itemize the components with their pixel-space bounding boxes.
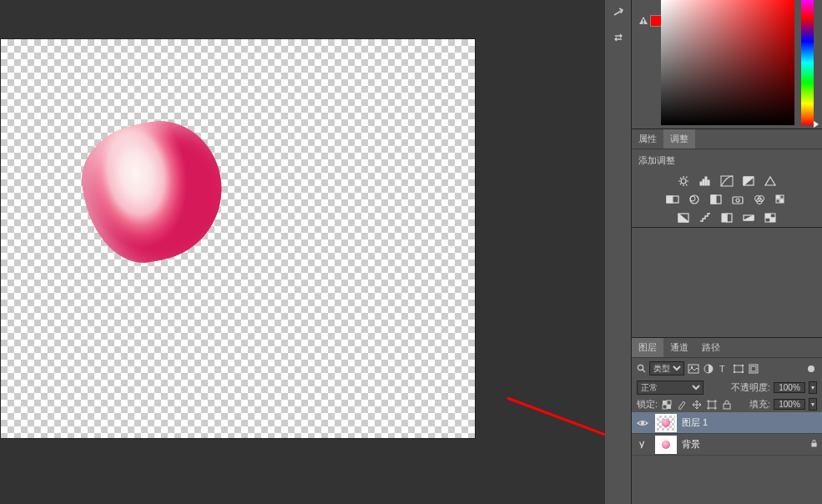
fill-dropdown-icon[interactable]: ▾ [809, 398, 817, 411]
svg-rect-30 [770, 214, 775, 218]
tab-layers[interactable]: 图层 [632, 338, 663, 357]
adjustment-row-1 [632, 172, 822, 190]
svg-rect-51 [709, 401, 715, 408]
filter-adjust-icon[interactable] [703, 363, 714, 375]
fill-value[interactable]: 100% [774, 399, 805, 410]
filter-shape-icon[interactable] [733, 363, 744, 375]
svg-point-33 [638, 365, 643, 370]
adjustments-tabs: 属性 调整 [632, 129, 822, 149]
exposure-icon[interactable] [742, 175, 755, 187]
hue-sat-icon[interactable] [666, 194, 679, 205]
bw-icon[interactable] [709, 194, 723, 205]
options-strip [605, 0, 632, 504]
layer-name[interactable]: 背景 [682, 438, 700, 451]
curves-icon[interactable] [720, 175, 734, 187]
layer-thumbnail[interactable] [655, 414, 677, 432]
lock-artboard-icon[interactable] [706, 399, 718, 411]
tab-adjustments[interactable]: 调整 [663, 129, 695, 149]
svg-rect-52 [724, 404, 730, 409]
right-panel-stack: 属性 调整 添加调整 图层 [632, 0, 822, 504]
svg-rect-32 [770, 218, 775, 222]
svg-rect-29 [765, 214, 770, 218]
svg-rect-35 [688, 365, 698, 373]
opacity-dropdown-icon[interactable]: ▾ [809, 381, 817, 394]
search-icon [637, 364, 646, 373]
filter-kind-select[interactable]: 类型 [649, 361, 684, 375]
selective-color-icon[interactable] [764, 212, 777, 224]
svg-rect-11 [667, 196, 673, 203]
gradient-map-icon[interactable] [742, 212, 755, 224]
svg-point-13 [690, 196, 695, 201]
svg-rect-2 [643, 23, 644, 24]
brightness-icon[interactable] [677, 175, 690, 187]
layer-row-1[interactable]: 图层 1 [632, 412, 822, 434]
svg-point-46 [808, 365, 814, 372]
layer-row-background[interactable]: 背景 [632, 434, 822, 456]
filter-pixel-icon[interactable] [688, 363, 699, 375]
add-adjustment-label: 添加调整 [632, 149, 822, 172]
opacity-value[interactable]: 100% [774, 382, 805, 393]
lock-position-icon[interactable] [691, 399, 703, 411]
lock-paint-icon[interactable] [676, 399, 688, 411]
invert-icon[interactable] [677, 212, 690, 224]
levels-icon[interactable] [698, 175, 712, 187]
swap-icon[interactable] [605, 25, 632, 50]
svg-point-3 [681, 179, 686, 184]
color-panel [632, 0, 822, 129]
svg-rect-1 [643, 19, 644, 22]
tab-paths[interactable]: 路径 [695, 338, 727, 357]
tab-channels[interactable]: 通道 [663, 338, 695, 357]
layer-name[interactable]: 图层 1 [682, 416, 708, 429]
visibility-toggle[interactable] [635, 416, 650, 431]
svg-rect-5 [703, 179, 704, 185]
lock-transparency-icon[interactable] [661, 399, 673, 411]
blend-mode-select[interactable]: 正常 [637, 381, 703, 395]
svg-rect-40 [734, 365, 735, 366]
color-balance-icon[interactable] [688, 194, 701, 205]
photo-filter-icon[interactable] [731, 194, 744, 205]
layer-thumbnail[interactable] [655, 436, 677, 454]
svg-rect-42 [734, 371, 735, 373]
foreground-color-swatch[interactable] [650, 15, 662, 27]
filter-type-icon[interactable]: T [718, 363, 729, 375]
color-field[interactable] [661, 0, 794, 125]
layer-filter-row: 类型 T [632, 358, 822, 379]
svg-rect-50 [663, 405, 667, 409]
blend-row: 正常 不透明度: 100% ▾ [632, 379, 822, 396]
tool-icon-1[interactable] [605, 0, 632, 25]
panel-filler [632, 228, 822, 337]
hue-slider[interactable] [801, 0, 814, 125]
lock-row: 锁定: 填充: 100% ▾ [632, 396, 822, 412]
filter-smart-icon[interactable] [748, 363, 759, 375]
document-canvas[interactable] [0, 38, 476, 439]
vibrance-icon[interactable] [764, 175, 777, 187]
svg-rect-54 [811, 443, 816, 447]
adjustments-panel: 属性 调整 添加调整 [632, 129, 822, 228]
svg-line-34 [643, 370, 645, 372]
filter-toggle-icon[interactable] [805, 363, 817, 375]
layers-tabs: 图层 通道 路径 [632, 338, 822, 358]
svg-rect-8 [721, 176, 733, 186]
svg-point-17 [736, 199, 739, 202]
svg-text:T: T [719, 364, 725, 374]
svg-rect-26 [722, 214, 727, 222]
svg-rect-45 [751, 366, 756, 371]
svg-point-53 [641, 421, 644, 425]
canvas-workspace [0, 0, 605, 504]
svg-rect-16 [733, 197, 743, 204]
channel-mixer-icon[interactable] [753, 194, 766, 205]
svg-rect-47 [663, 401, 667, 405]
threshold-icon[interactable] [720, 212, 734, 224]
layer-list: 图层 1 背景 [632, 412, 822, 504]
svg-rect-48 [667, 405, 671, 409]
tab-properties[interactable]: 属性 [632, 129, 663, 149]
visibility-toggle-off[interactable] [635, 437, 650, 452]
svg-rect-23 [776, 199, 779, 203]
svg-rect-22 [780, 195, 784, 199]
color-lookup-icon[interactable] [774, 194, 788, 205]
gamut-warning-icon[interactable] [638, 16, 648, 26]
color-swatches [638, 15, 662, 27]
posterize-icon[interactable] [698, 212, 712, 224]
lock-all-icon[interactable] [721, 399, 733, 411]
svg-rect-43 [742, 371, 744, 373]
